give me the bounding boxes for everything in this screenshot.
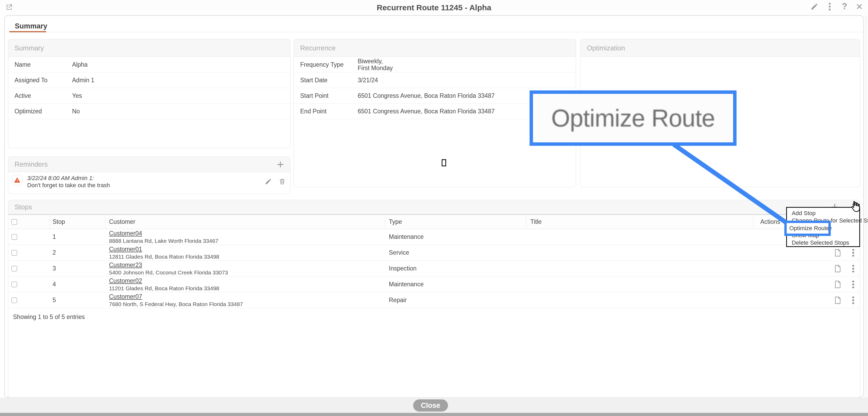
tofu-box-glyph [442, 159, 446, 166]
menu-item-delete-selected[interactable]: Delete Selected Stops [787, 239, 859, 246]
field-value: 3/21/24 [358, 77, 378, 83]
field-value: 6501 Congress Avenue, Boca Raton Florida… [358, 92, 495, 99]
stops-card-title: Stops [14, 203, 32, 211]
edit-reminder-pencil-icon[interactable] [265, 178, 272, 185]
stop-number: 3 [50, 265, 105, 272]
reminder-item: 3/22/24 8:00 AM Admin 1: Don't forget to… [8, 172, 290, 194]
customer-address: 11201 Glades Rd, Boca Raton Florida 3349… [109, 285, 385, 291]
stop-row-5: 5 Customer077680 North, S Federal Hwy, B… [8, 292, 860, 308]
customer-link[interactable]: Customer04 [109, 230, 385, 237]
field-value: Admin 1 [72, 77, 94, 83]
customer-address: 8888 Lantana Rd, Lake Worth Florida 3346… [109, 238, 385, 244]
dialog-title: Recurrent Route 11245 - Alpha [0, 3, 868, 12]
document-icon[interactable] [833, 280, 842, 289]
warning-triangle-icon [14, 177, 21, 183]
stop-type: Maintenance [385, 233, 526, 240]
field-label: Start Point [300, 92, 358, 99]
hand-pointer-cursor [849, 200, 862, 213]
summary-row-active: Active Yes [8, 88, 290, 104]
help-glyph: ? [842, 2, 847, 10]
col-stop: Stop [53, 218, 65, 226]
scrollbar-track[interactable] [865, 15, 868, 397]
reminders-card: Reminders 3/22/24 8:00 AM Admin 1: Don't… [8, 157, 290, 194]
document-icon[interactable] [833, 248, 842, 257]
document-icon[interactable] [833, 264, 842, 273]
stop-row-3: 3 Customer235400 Johnson Rd, Coconut Cre… [8, 261, 860, 277]
summary-row-name: Name Alpha [8, 57, 290, 72]
customer-link[interactable]: Customer02 [109, 277, 385, 284]
stop-type: Repair [385, 297, 526, 304]
summary-card-title: Summary [14, 44, 44, 52]
row-more-kebab-icon[interactable] [852, 264, 855, 273]
customer-address: 7680 North, S Federal Hwy, Boca Raton Fl… [109, 301, 385, 307]
annotation-highlight-text: Optimize Route [789, 225, 830, 232]
add-reminder-plus-icon[interactable] [276, 161, 284, 169]
stop-type: Maintenance [385, 281, 526, 288]
customer-link[interactable]: Customer01 [109, 246, 385, 253]
annotation-callout: Optimize Route [530, 91, 737, 146]
field-value: Alpha [72, 61, 88, 68]
field-label: Assigned To [14, 77, 72, 84]
close-button[interactable]: Close [413, 400, 448, 412]
field-value: 6501 Congress Avenue, Boca Raton Florida… [358, 108, 495, 115]
row-checkbox[interactable] [11, 266, 17, 272]
annotation-highlight-box: Optimize Route [784, 221, 831, 236]
field-label: Frequency Type [300, 61, 358, 68]
page-bottom-edge [0, 413, 868, 416]
close-glyph: ✕ [856, 2, 863, 11]
recurrence-card-title: Recurrence [300, 44, 336, 52]
field-value: Biweekly, First Monday [358, 58, 393, 71]
row-checkbox[interactable] [11, 298, 17, 303]
row-more-kebab-icon[interactable] [852, 248, 855, 257]
row-checkbox[interactable] [11, 282, 17, 287]
summary-card: Summary Name Alpha Assigned To Admin 1 A… [8, 39, 290, 148]
stops-card-header: Stops [8, 200, 860, 214]
tab-divider [5, 32, 863, 32]
field-value: No [72, 108, 80, 115]
row-checkbox[interactable] [11, 234, 17, 240]
optimization-card-title: Optimization [587, 44, 625, 52]
select-all-checkbox[interactable] [11, 219, 17, 225]
row-checkbox[interactable] [11, 250, 17, 256]
stop-type: Service [385, 249, 526, 256]
field-label: Optimized [14, 108, 72, 115]
delete-reminder-trash-icon[interactable] [279, 178, 286, 185]
document-icon[interactable] [833, 296, 842, 305]
table-entries-summary: Showing 1 to 5 of 5 entries [8, 308, 860, 325]
field-label: Name [14, 61, 72, 68]
reminders-card-title: Reminders [14, 160, 48, 169]
reminder-timestamp: 3/22/24 8:00 AM Admin 1: [27, 175, 94, 182]
warning-badge [12, 175, 23, 185]
stop-number: 4 [50, 281, 105, 288]
summary-row-assigned-to: Assigned To Admin 1 [8, 72, 290, 88]
dialog-titlebar: Recurrent Route 11245 - Alpha ? ✕ [0, 0, 868, 15]
stops-card: Stops Stop Customer Type Title Actions 1… [8, 200, 860, 397]
customer-link[interactable]: Customer23 [109, 262, 385, 269]
stops-table-header: Stop Customer Type Title Actions [8, 214, 860, 229]
recurrence-card-header: Recurrence [294, 39, 576, 57]
optimization-card-header: Optimization [581, 39, 860, 57]
field-label: Active [14, 92, 72, 99]
tab-summary[interactable]: Summary [15, 22, 47, 30]
customer-link[interactable]: Customer07 [109, 293, 385, 300]
help-icon[interactable]: ? [840, 2, 849, 10]
stop-number: 1 [50, 233, 105, 240]
reminder-text: Don't forget to take out the trash [27, 182, 110, 189]
close-dialog-icon[interactable]: ✕ [855, 2, 864, 11]
row-more-kebab-icon[interactable] [852, 296, 855, 305]
row-more-kebab-icon[interactable] [852, 280, 855, 289]
field-value: Yes [72, 92, 82, 99]
more-kebab-icon[interactable] [825, 2, 834, 11]
menu-item-add-stop[interactable]: Add Stop [787, 210, 859, 217]
edit-pencil-icon[interactable] [810, 2, 819, 11]
annotation-callout-text: Optimize Route [551, 104, 715, 132]
recurrence-row-frequency: Frequency Type Biweekly, First Monday [294, 57, 576, 72]
reminders-card-header: Reminders [8, 157, 290, 172]
stop-row-4: 4 Customer0211201 Glades Rd, Boca Raton … [8, 277, 860, 292]
customer-address: 12811 Glades Rd, Boca Raton Florida 3349… [109, 254, 385, 260]
stop-row-1: 1 Customer048888 Lantana Rd, Lake Worth … [8, 229, 860, 245]
col-actions: Actions [760, 218, 780, 226]
stop-row-2: 2 Customer0112811 Glades Rd, Boca Raton … [8, 245, 860, 261]
field-label: End Point [300, 108, 358, 115]
route-detail-dialog: Recurrent Route 11245 - Alpha ? ✕ Summar… [0, 0, 868, 416]
